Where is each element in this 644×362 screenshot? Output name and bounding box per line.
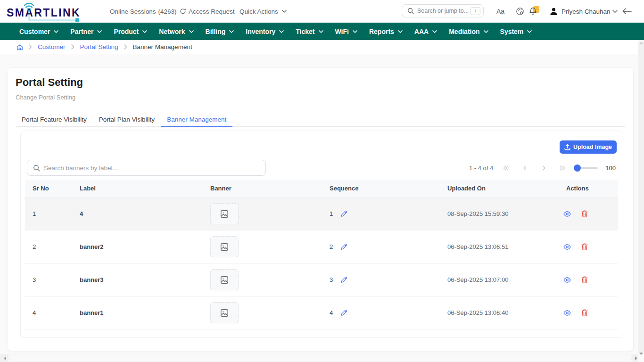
prev-page-button[interactable] bbox=[522, 165, 528, 171]
delete-trash-icon[interactable] bbox=[581, 276, 588, 283]
scroll-up-arrow[interactable] bbox=[639, 42, 643, 44]
tab-banner-management[interactable]: Banner Management bbox=[161, 112, 232, 126]
cell-uploaded-on: 06-Sep-2025 13:07:00 bbox=[440, 276, 559, 283]
cell-label: banner1 bbox=[72, 309, 203, 316]
cell-banner bbox=[203, 269, 322, 290]
home-icon[interactable] bbox=[17, 44, 23, 50]
nav-item-aaa[interactable]: AAA bbox=[414, 28, 437, 35]
banner-search-input[interactable]: Search banners by label... bbox=[27, 160, 266, 176]
nav-item-system[interactable]: System bbox=[500, 28, 532, 35]
access-request-link[interactable]: Access Request bbox=[189, 0, 235, 23]
online-sessions[interactable]: Online Sessions (4263) bbox=[110, 0, 186, 23]
page-subtitle: Change Portal Setting bbox=[16, 94, 75, 101]
cell-sr-no: 4 bbox=[25, 309, 72, 316]
horizontal-scrollbar[interactable] bbox=[0, 354, 638, 362]
banner-thumbnail[interactable] bbox=[210, 203, 239, 224]
first-page-button[interactable] bbox=[503, 165, 509, 171]
nav-item-partner[interactable]: Partner bbox=[70, 28, 102, 35]
nav-item-reports[interactable]: Reports bbox=[369, 28, 403, 35]
chevron-down-icon bbox=[527, 30, 532, 33]
breadcrumb-link-customer[interactable]: Customer bbox=[38, 43, 66, 50]
chevron-right-icon bbox=[71, 44, 74, 49]
refresh-icon[interactable] bbox=[180, 8, 186, 15]
tab-portal-feature-visibility[interactable]: Portal Feature Visibility bbox=[16, 112, 93, 126]
bell-icon bbox=[529, 7, 537, 16]
banner-thumbnail[interactable] bbox=[210, 269, 239, 290]
delete-trash-icon[interactable] bbox=[581, 309, 588, 316]
cell-sr-no: 1 bbox=[25, 210, 72, 217]
cell-sr-no: 2 bbox=[25, 243, 72, 250]
user-name[interactable]: Priyesh Chauhan bbox=[561, 0, 611, 23]
user-menu-chevron-icon[interactable] bbox=[612, 0, 618, 23]
upload-image-button[interactable]: Upload Image bbox=[560, 140, 617, 154]
column-header-label: Label bbox=[72, 185, 203, 192]
access-request-label: Access Request bbox=[189, 8, 235, 15]
scrollbar-corner bbox=[638, 354, 644, 362]
quick-actions-menu[interactable]: Quick Actions bbox=[239, 0, 287, 23]
slider-handle[interactable] bbox=[574, 165, 581, 172]
cell-label: banner3 bbox=[72, 276, 203, 283]
table-row: 4 banner1 4 06-Sep-2025 13:06:40 bbox=[25, 296, 618, 329]
page-title: Portal Setting bbox=[16, 76, 83, 89]
breadcrumb-link-portal-setting[interactable]: Portal Setting bbox=[80, 43, 118, 50]
last-page-button[interactable] bbox=[560, 165, 565, 171]
chevron-down-icon bbox=[229, 30, 234, 33]
view-eye-icon[interactable] bbox=[563, 244, 571, 250]
chevron-down-icon bbox=[142, 30, 147, 33]
page-size-slider[interactable] bbox=[574, 167, 598, 169]
font-size-toggle[interactable]: Aa bbox=[496, 0, 504, 23]
nav-item-ticket[interactable]: Ticket bbox=[296, 28, 323, 35]
edit-pencil-icon[interactable] bbox=[340, 276, 347, 283]
chevron-down-icon bbox=[97, 30, 102, 33]
cell-label: banner2 bbox=[72, 243, 203, 250]
edit-pencil-icon[interactable] bbox=[340, 309, 347, 316]
cell-uploaded-on: 06-Sep-2025 13:06:40 bbox=[440, 309, 559, 316]
edit-pencil-icon[interactable] bbox=[340, 243, 347, 250]
nav-item-billing[interactable]: Billing bbox=[206, 28, 234, 35]
user-avatar[interactable] bbox=[549, 0, 558, 23]
theme-palette-icon[interactable] bbox=[516, 0, 524, 23]
horizontal-scrollbar-thumb[interactable] bbox=[8, 354, 631, 362]
nav-item-product[interactable]: Product bbox=[114, 28, 147, 35]
global-search-input[interactable]: Search or jump to... / bbox=[402, 4, 484, 17]
banner-thumbnail[interactable] bbox=[210, 236, 239, 257]
nav-item-network[interactable]: Network bbox=[159, 28, 193, 35]
notifications-bell-icon[interactable] bbox=[529, 0, 539, 23]
pagination: 1 - 4 of 4 100 bbox=[469, 160, 616, 176]
view-eye-icon[interactable] bbox=[563, 277, 571, 283]
chevron-right-icon bbox=[124, 44, 127, 49]
sequence-value: 2 bbox=[330, 243, 333, 250]
sequence-value: 3 bbox=[330, 276, 333, 283]
next-page-button[interactable] bbox=[541, 165, 546, 171]
delete-trash-icon[interactable] bbox=[581, 210, 588, 217]
cell-banner bbox=[203, 236, 322, 257]
edit-pencil-icon[interactable] bbox=[340, 210, 347, 217]
smartlink-logo[interactable]: SMARTLINK bbox=[7, 1, 89, 22]
nav-item-customer[interactable]: Customer bbox=[19, 28, 58, 35]
page-size-value: 100 bbox=[605, 165, 616, 172]
chevron-down-icon bbox=[54, 30, 58, 33]
banner-thumbnail[interactable] bbox=[210, 302, 239, 323]
tab-portal-plan-visibility[interactable]: Portal Plan Visibility bbox=[93, 112, 161, 126]
vertical-scrollbar[interactable] bbox=[638, 40, 644, 354]
scroll-down-arrow[interactable] bbox=[639, 353, 643, 355]
back-arrow-icon[interactable] bbox=[622, 0, 632, 23]
scroll-right-arrow[interactable] bbox=[635, 356, 637, 360]
font-size-label: Aa bbox=[496, 8, 504, 15]
tab-bar: Portal Feature VisibilityPortal Plan Vis… bbox=[16, 112, 625, 127]
nav-item-wifi[interactable]: WiFi bbox=[335, 28, 357, 35]
nav-item-mediation[interactable]: Mediation bbox=[449, 28, 488, 35]
portal-setting-card: Portal Setting Change Portal Setting Por… bbox=[8, 68, 633, 351]
app-header: SMARTLINK Online Sessions (4263) Access … bbox=[0, 0, 644, 23]
nav-item-inventory[interactable]: Inventory bbox=[246, 28, 284, 35]
logo-wifi-icon bbox=[7, 1, 89, 22]
search-icon bbox=[407, 8, 414, 14]
scroll-left-arrow[interactable] bbox=[4, 356, 6, 360]
view-eye-icon[interactable] bbox=[563, 211, 571, 217]
online-sessions-label: Online Sessions bbox=[110, 8, 156, 15]
delete-trash-icon[interactable] bbox=[581, 243, 588, 250]
view-eye-icon[interactable] bbox=[563, 310, 571, 316]
chevron-down-icon bbox=[279, 30, 284, 33]
cell-label: 4 bbox=[72, 210, 203, 217]
chevron-right-icon bbox=[29, 44, 32, 49]
